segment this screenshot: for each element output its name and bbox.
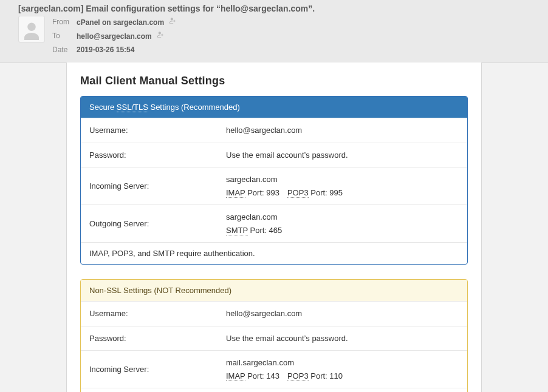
table-row: Password: Use the email account’s passwo… [81, 143, 467, 167]
incoming-label: Incoming Server: [89, 181, 226, 191]
password-label: Password: [89, 334, 226, 343]
incoming-host: sargeclan.com [226, 174, 459, 186]
table-row: Incoming Server: sargeclan.com IMAP Port… [81, 167, 467, 204]
to-label: To [52, 31, 75, 44]
nonssl-settings-panel: Non-SSL Settings (NOT Recommended) Usern… [80, 279, 468, 392]
incoming-label: Incoming Server: [89, 365, 226, 374]
imap-abbr: IMAP [226, 371, 245, 381]
imap-abbr: IMAP [226, 188, 245, 198]
incoming-value: sargeclan.com IMAP Port: 993 POP3 Port: … [226, 174, 459, 198]
message-subject: [sargeclan.com] Email configuration sett… [7, 4, 541, 13]
secure-settings-panel: Secure SSL/TLS Settings (Recommended) Us… [80, 96, 468, 265]
from-value: cPanel on sargeclan.com [77, 18, 164, 27]
outgoing-host: sargeclan.com [226, 211, 459, 223]
page-title: Mail Client Manual Settings [80, 75, 468, 87]
pop3-abbr: POP3 [287, 188, 309, 198]
date-value: 2019-03-26 15:54 [77, 46, 134, 54]
nonssl-panel-heading: Non-SSL Settings (NOT Recommended) [81, 280, 467, 301]
outgoing-value: sargeclan.com SMTP Port: 465 [226, 211, 459, 236]
password-label: Password: [89, 150, 226, 160]
date-label: Date [52, 45, 75, 56]
from-label: From [52, 17, 75, 30]
header-fields: From cPanel on sargeclan.com To hello@sa… [51, 16, 184, 58]
content-card: Mail Client Manual Settings Secure SSL/T… [66, 63, 482, 392]
ssl-tls-abbr: SSL/TLS [117, 103, 148, 112]
username-value: hello@sargeclan.com [226, 124, 459, 137]
username-label: Username: [89, 126, 226, 135]
add-contact-icon[interactable] [168, 16, 177, 28]
incoming-value: mail.sargeclan.com IMAP Port: 143 POP3 P… [226, 357, 459, 382]
smtp-abbr: SMTP [226, 226, 248, 235]
email-viewer: [sargeclan.com] Email configuration sett… [0, 0, 548, 392]
table-row: Password: Use the email account’s passwo… [81, 326, 467, 351]
table-row: Username: hello@sargeclan.com [81, 118, 467, 143]
table-row: Outgoing Server: mail.sargeclan.com SMTP… [81, 388, 467, 392]
avatar [18, 16, 45, 42]
outgoing-label: Outgoing Server: [89, 219, 226, 228]
message-header: [sargeclan.com] Email configuration sett… [0, 0, 548, 63]
table-row: Incoming Server: mail.sargeclan.com IMAP… [81, 350, 467, 388]
to-value: hello@sargeclan.com [77, 32, 152, 41]
incoming-host: mail.sargeclan.com [226, 357, 459, 369]
username-value: hello@sargeclan.com [226, 308, 459, 320]
username-label: Username: [89, 309, 226, 318]
password-value: Use the email account’s password. [226, 149, 459, 161]
message-body: Mail Client Manual Settings Secure SSL/T… [0, 63, 548, 392]
secure-footer: IMAP, POP3, and SMTP require authenticat… [81, 242, 467, 264]
password-value: Use the email account’s password. [226, 333, 459, 345]
table-row: Username: hello@sargeclan.com [81, 301, 467, 326]
secure-panel-heading: Secure SSL/TLS Settings (Recommended) [81, 96, 467, 118]
add-contact-icon[interactable] [156, 30, 165, 42]
table-row: Outgoing Server: sargeclan.com SMTP Port… [81, 204, 467, 242]
pop3-abbr: POP3 [287, 371, 309, 381]
